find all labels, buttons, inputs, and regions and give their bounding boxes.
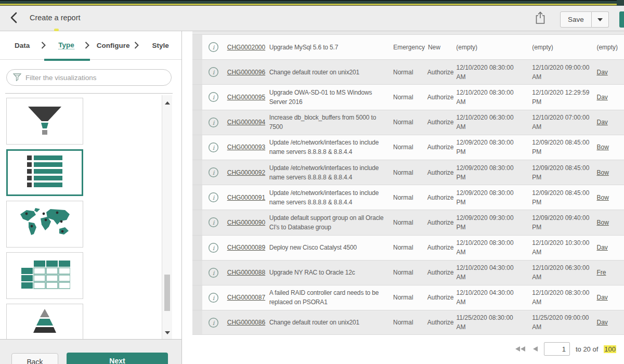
cell-priority: Normal — [388, 85, 424, 109]
assignee-link[interactable]: Dav — [596, 118, 607, 127]
chevron-right-icon — [41, 42, 46, 49]
assignee-link[interactable]: Dav — [596, 293, 607, 302]
cell-assignee: Dav — [596, 60, 624, 84]
row-gutter — [192, 210, 202, 235]
cell-state: Authorize — [424, 110, 454, 135]
first-page-icon[interactable] — [515, 346, 526, 352]
table-row: iCHG0000086Change default router on unix… — [192, 310, 624, 335]
viz-card-pyramid[interactable] — [6, 304, 83, 339]
info-icon[interactable]: i — [208, 242, 219, 253]
assignee-value: (empty) — [596, 43, 618, 52]
caret-down-icon — [597, 18, 603, 22]
viz-card-list[interactable] — [6, 149, 83, 196]
next-button[interactable]: Next — [67, 353, 168, 364]
viz-card-funnel[interactable] — [6, 98, 83, 145]
scroll-down-icon[interactable] — [164, 328, 171, 337]
cell-state: Authorize — [424, 310, 454, 334]
info-icon[interactable]: i — [208, 117, 219, 128]
cell-assignee: Dav — [596, 285, 624, 310]
record-link[interactable]: CHG0000086 — [227, 318, 265, 327]
cell-assignee: Dav — [596, 310, 624, 334]
cell-end-date: 12/09/2020 08:45:00 PM — [528, 160, 596, 185]
step-type[interactable]: Type — [58, 41, 74, 49]
assignee-link[interactable]: Bow — [596, 193, 608, 202]
cell-start-date: 12/10/2020 08:30:00 AM — [454, 85, 528, 109]
filter-field — [6, 69, 172, 86]
record-link[interactable]: CHG0000096 — [227, 68, 265, 77]
info-icon[interactable]: i — [208, 217, 219, 228]
info-icon[interactable]: i — [208, 67, 219, 77]
back-chevron-icon[interactable] — [9, 11, 22, 25]
record-link[interactable]: CHG0000095 — [227, 93, 265, 102]
cell-start-date: 12/09/2020 08:30:00 PM — [454, 185, 528, 210]
assignee-link[interactable]: Fre — [596, 268, 606, 277]
report-type-panel: Data Type Configure Style — [0, 31, 182, 364]
info-icon[interactable]: i — [208, 292, 219, 303]
record-link[interactable]: CHG0002000 — [227, 43, 265, 52]
assignee-link[interactable]: Dav — [596, 318, 607, 327]
clipped-primary-button[interactable] — [619, 11, 624, 28]
info-icon[interactable]: i — [208, 142, 219, 153]
assignee-link[interactable]: Dav — [596, 93, 607, 102]
record-link[interactable]: CHG0000091 — [227, 193, 265, 202]
step-style[interactable]: Style — [152, 42, 169, 49]
save-button[interactable]: Save — [560, 11, 592, 28]
cell-description: Upgrade NY RAC to Oracle 12c — [267, 261, 388, 285]
record-link[interactable]: CHG0000088 — [227, 268, 265, 277]
assignee-link[interactable]: Bow — [596, 142, 608, 152]
table-row: iCHG0000092Update /etc/network/interface… — [192, 160, 624, 185]
step-data[interactable]: Data — [15, 42, 30, 49]
cell-priority: Normal — [388, 60, 424, 84]
info-icon[interactable]: i — [208, 167, 219, 178]
viz-card-grid[interactable] — [6, 252, 83, 299]
assignee-link[interactable]: Dav — [596, 243, 607, 252]
assignee-link[interactable]: Bow — [596, 168, 608, 177]
scroll-up-icon[interactable] — [164, 98, 171, 107]
cell-description: Upgrade MySql 5.6 to 5.7 — [267, 35, 388, 59]
assignee-link[interactable]: Bow — [596, 218, 608, 227]
table-row: iCHG0000096Change default router on unix… — [192, 59, 624, 84]
cell-state: Authorize — [424, 60, 454, 84]
cell-start-date: 12/10/2020 08:30:00 AM — [454, 60, 528, 84]
cell-end-date: 12/09/2020 08:45:00 PM — [528, 135, 596, 160]
info-icon[interactable]: i — [208, 192, 219, 203]
info-icon[interactable]: i — [208, 317, 219, 328]
svg-text:i: i — [213, 319, 215, 326]
svg-text:i: i — [213, 44, 215, 51]
record-link[interactable]: CHG0000087 — [227, 293, 265, 302]
row-gutter — [192, 236, 202, 260]
svg-text:i: i — [213, 145, 215, 151]
record-link[interactable]: CHG0000092 — [227, 168, 265, 177]
share-icon[interactable] — [535, 11, 547, 25]
viz-card-map[interactable] — [6, 201, 83, 248]
record-link[interactable]: CHG0000093 — [227, 142, 265, 152]
cell-start-date: 12/09/2020 08:30:00 PM — [454, 160, 528, 185]
viz-scrollbar[interactable] — [162, 95, 172, 339]
filter-visualizations-input[interactable] — [25, 74, 155, 82]
svg-text:i: i — [213, 170, 215, 176]
info-icon[interactable]: i — [208, 267, 219, 278]
scrollbar-thumb[interactable] — [164, 275, 170, 311]
chevron-right-icon — [134, 42, 139, 49]
record-link[interactable]: CHG0000090 — [227, 218, 265, 227]
info-icon[interactable]: i — [208, 42, 219, 53]
pagination-bar: to 20 of 100 — [515, 342, 616, 356]
record-link[interactable]: CHG0000089 — [227, 243, 265, 252]
cell-state: Authorize — [424, 185, 454, 210]
save-dropdown-button[interactable] — [592, 11, 609, 28]
back-button[interactable]: Back — [11, 353, 58, 364]
previous-page-icon[interactable] — [532, 346, 538, 352]
row-gutter — [192, 160, 202, 185]
step-configure[interactable]: Configure — [97, 42, 130, 49]
record-link[interactable]: CHG0000094 — [227, 118, 265, 127]
assignee-link[interactable]: Dav — [596, 68, 607, 77]
row-gutter — [192, 110, 202, 135]
page-number-input[interactable] — [544, 342, 570, 356]
cell-state: New — [425, 35, 453, 59]
filter-funnel-icon — [13, 72, 21, 83]
table-row: iCHG0000093Update /etc/network/interface… — [192, 135, 624, 160]
info-icon[interactable]: i — [208, 92, 219, 102]
cell-description: Change default router on unix201 — [267, 310, 388, 334]
svg-text:i: i — [213, 94, 215, 101]
cell-state: Authorize — [424, 210, 454, 235]
